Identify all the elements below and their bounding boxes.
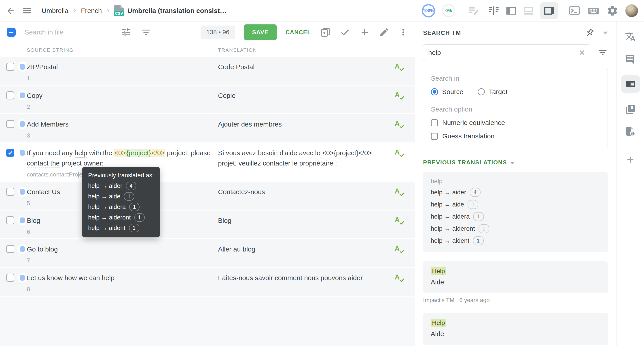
copy-source-button[interactable] [320,27,331,38]
side-by-side-view-button[interactable] [488,5,500,17]
edit-string-button[interactable] [379,27,389,37]
row-checkbox[interactable] [6,274,14,282]
previous-translation-item[interactable]: help → aide1 [431,200,600,209]
breadcrumb-project[interactable]: Umbrella [42,7,68,15]
row-checkbox[interactable] [6,188,14,196]
previous-translation-items: help → aider4help → aide1help → aidera1h… [431,188,600,245]
pin-panel-button[interactable] [585,28,594,38]
table-row[interactable]: Contact Us5Contactez-nousA [0,182,415,211]
row-checkbox[interactable] [6,91,14,99]
tm-match-text: help [75,149,88,158]
translated-status-icon: A [395,187,400,195]
tm-result-target: Aide [431,278,600,286]
translation-cell[interactable]: Contactez-nous [218,187,395,207]
search-in-file-input[interactable]: Search in file [24,29,121,36]
comments-tab[interactable] [625,53,636,64]
status-dot-halo [18,119,27,129]
row-checkbox[interactable] [6,149,14,157]
right-panel-view-button[interactable] [544,5,555,17]
table-row[interactable]: Let us know how we can help8Faites-nous … [0,268,415,296]
tag-token: <0> [114,149,126,157]
tooltip-item: help → aident1 [88,224,154,232]
source-string-cell[interactable]: Copy2 [27,90,218,111]
translation-cell[interactable]: Si vous avez besoin d'aide avec le <0>{p… [218,148,395,178]
edit-strings-button[interactable] [467,5,479,17]
add-panel-button[interactable] [625,154,636,165]
console-button[interactable] [568,5,580,17]
breadcrumb-language[interactable]: French [81,7,102,15]
tm-filter-button[interactable] [598,48,608,58]
table-row[interactable]: Add Members3Ajouter des membresA [0,114,415,143]
left-panel-view-button[interactable] [505,5,517,17]
translation-cell[interactable]: Faites-nous savoir comment nous pouvons … [218,273,395,293]
settings-button[interactable] [606,5,618,17]
status-dot [20,189,25,195]
radio-source[interactable]: Source [431,88,463,96]
translated-progress-ring[interactable]: 100% [422,4,435,18]
status-dot-halo [18,273,27,283]
back-button[interactable] [6,6,16,16]
translation-cell[interactable]: Code Postal [218,62,395,82]
previous-translation-item[interactable]: help → aidera1 [431,212,600,221]
shortcuts-button[interactable] [587,5,600,17]
top-header: Umbrella › French › CSV Umbrella (transl… [0,0,644,22]
row-checkbox[interactable] [6,63,14,71]
previous-translation-pair: help → aideront [431,225,475,232]
bottom-panel-view-button[interactable] [523,5,534,17]
file-context-tab[interactable] [625,126,636,137]
select-all-checkbox[interactable] [7,28,16,37]
breadcrumb-separator-icon: › [73,6,76,14]
translation-cell[interactable]: Copie [218,90,395,111]
radio-target[interactable]: Target [478,88,507,96]
approved-progress-ring[interactable]: 0% [442,4,455,18]
previous-translation-item[interactable]: help → aideront1 [431,224,600,233]
breadcrumb-file[interactable]: CSV Umbrella (translation consist… [114,5,226,16]
add-string-button[interactable] [359,27,370,38]
previous-translations-toggle[interactable]: PREVIOUS TRANSLATIONS [423,159,608,166]
search-tm-tab[interactable] [625,78,636,90]
table-row[interactable]: Copy2CopieA [0,86,415,114]
more-actions-button[interactable] [398,27,408,37]
row-checkbox[interactable] [6,216,14,224]
filter-icon [141,27,151,37]
clear-search-icon[interactable]: ✕ [579,48,586,57]
source-string-cell[interactable]: ZIP/Postal1 [27,62,218,82]
row-checkbox[interactable] [6,120,14,128]
translation-editor-app: Umbrella › French › CSV Umbrella (transl… [0,0,644,346]
translation-cell[interactable]: Ajouter des membres [218,119,395,139]
glossary-tab[interactable] [625,104,636,115]
tm-result-card[interactable]: HelpAide [423,313,608,345]
cancel-button[interactable]: CANCEL [286,29,311,36]
numeric-equivalence-option[interactable]: Numeric equivalence [431,119,600,126]
collapse-panel-button[interactable] [603,32,608,35]
search-tm-panel: SEARCH TM help ✕ [415,22,616,346]
main-menu-button[interactable] [22,6,32,16]
tm-result-source: Help [431,268,600,275]
filter-strings-button[interactable] [141,27,151,37]
header-left: Umbrella › French › CSV Umbrella (transl… [6,5,226,16]
save-button[interactable]: SAVE [244,25,276,40]
table-row[interactable]: ZIP/Postal1Code PostalA [0,57,415,86]
user-avatar[interactable] [625,4,638,17]
search-tm-tab-active [621,75,640,93]
source-string-cell[interactable]: Add Members3 [27,119,218,139]
previous-translation-item[interactable]: help → aident1 [431,236,600,245]
translation-cell[interactable]: Blog [218,216,395,236]
tm-search-input[interactable]: help ✕ [423,44,590,61]
previous-translation-item[interactable]: help → aider4 [431,188,600,197]
source-string-cell[interactable]: Let us know how we can help8 [27,273,218,293]
string-list: ZIP/Postal1Code PostalACopy2CopieAAdd Me… [0,57,415,346]
advanced-filter-button[interactable] [121,27,131,37]
table-row[interactable]: If you need any help with the <0>{projec… [0,143,415,182]
tm-panel-title: SEARCH TM [423,30,461,37]
tm-result-card[interactable]: HelpAide [423,261,608,293]
machine-translation-tab[interactable] [625,31,636,42]
table-row[interactable]: Blog6BlogA [0,211,415,239]
translation-cell[interactable]: Aller au blog [218,244,395,264]
row-checkbox[interactable] [6,245,14,253]
approve-button[interactable] [340,27,350,38]
table-row[interactable]: Go to blog7Aller au blogA [0,239,415,268]
guess-translation-label: Guess translation [442,132,494,140]
source-string-cell[interactable]: Go to blog7 [27,244,218,264]
guess-translation-option[interactable]: Guess translation [431,132,600,140]
